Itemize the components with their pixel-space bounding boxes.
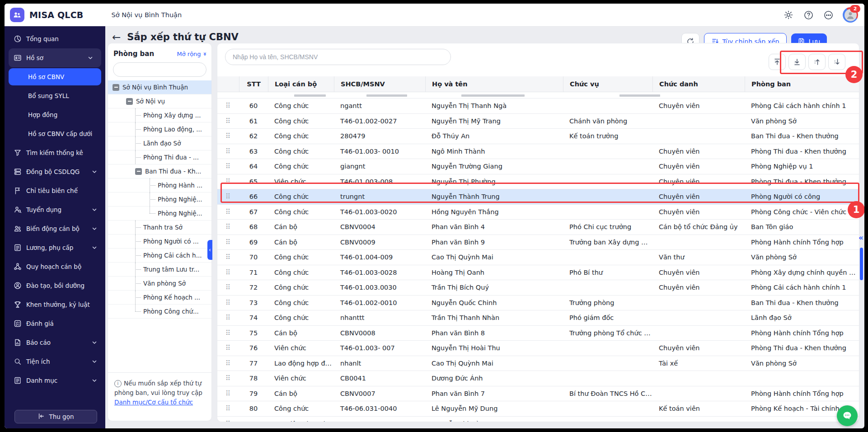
- drag-handle-icon[interactable]: ⠿: [225, 208, 230, 216]
- drag-handle-icon[interactable]: ⠿: [225, 162, 230, 170]
- sidebar-item-l-ng-ph-c-p[interactable]: Lương, phụ cấp: [5, 238, 105, 257]
- tree-node[interactable]: Sở Nội vụ Bình Thuận: [108, 80, 211, 94]
- drag-handle-icon[interactable]: ⠿: [225, 268, 230, 277]
- sidebar-item-ch-ti-u-bi-n-ch-[interactable]: Chỉ tiêu biên chế: [5, 181, 105, 200]
- tree-node[interactable]: Lãnh đạo Sở: [108, 136, 211, 150]
- tree-node[interactable]: Phòng Hành ...: [108, 178, 211, 193]
- sidebar-item-bi-n-ng-c-n-b-[interactable]: Biến động cán bộ: [5, 219, 105, 238]
- table-row[interactable]: ⠿66Công chứctrungntNguyễn Thành TrungChu…: [217, 189, 859, 205]
- sidebar-item-h-s-cbnv[interactable]: Hồ sơ CBNV: [9, 68, 101, 85]
- drag-handle-icon[interactable]: ⠿: [225, 314, 230, 322]
- table-row[interactable]: ⠿79Cán bộCBNV0007Phan văn Bình 7Bí thư Đ…: [217, 386, 859, 402]
- collapse-sidebar-button[interactable]: Thu gọn: [14, 410, 97, 423]
- table-row[interactable]: ⠿69Cán bộCBNV0009Phan văn Bình 9Trưởng b…: [217, 235, 859, 250]
- tree-node[interactable]: Trung tâm Lưu tr...: [108, 263, 211, 277]
- table-row[interactable]: ⠿64Công chứcgiangntNguyễn Trường GiangCh…: [217, 159, 859, 174]
- table-row[interactable]: ⠿73Công chứcT46-01.002-0010Nguyễn Quốc C…: [217, 296, 859, 311]
- sidebar-item-b-o-c-o[interactable]: Báo cáo: [5, 333, 105, 352]
- drag-handle-icon[interactable]: ⠿: [225, 102, 230, 110]
- drag-handle-icon[interactable]: ⠿: [225, 253, 230, 261]
- drag-handle-icon[interactable]: ⠿: [225, 132, 230, 140]
- app-logo-icon[interactable]: [10, 8, 24, 22]
- table-row[interactable]: ⠿67Công chứcT46-01.003-0020Hồng Nguyên T…: [217, 205, 859, 220]
- drag-handle-icon[interactable]: ⠿: [225, 359, 230, 367]
- sidebar-item-h-s-[interactable]: Hồ sơ: [9, 48, 101, 67]
- drag-handle-icon[interactable]: ⠿: [225, 329, 230, 337]
- table-row[interactable]: ⠿63Công chứcT46-01.003- 0010Ngô Minh Thà…: [217, 144, 859, 160]
- employee-search-input[interactable]: [225, 49, 451, 65]
- table-row[interactable]: ⠿75Cán bộCBNV0008Phan văn Bình 8Trưởng p…: [217, 326, 859, 341]
- drag-handle-icon[interactable]: ⠿: [225, 390, 230, 398]
- drag-handle-icon[interactable]: ⠿: [225, 178, 230, 186]
- drag-handle-icon[interactable]: ⠿: [225, 299, 230, 307]
- drag-handle-icon[interactable]: ⠿: [225, 193, 230, 201]
- drag-handle-icon[interactable]: ⠿: [225, 374, 230, 382]
- tree-node[interactable]: Văn phòng Sở: [108, 277, 211, 291]
- table-row[interactable]: ⠿71Công chứcT46-01.003-0028Hoàng Thị Oan…: [217, 265, 859, 281]
- drag-handle-icon[interactable]: ⠿: [225, 404, 230, 413]
- drag-handle-icon[interactable]: ⠿: [225, 223, 230, 231]
- drag-handle-icon[interactable]: ⠿: [225, 117, 230, 125]
- tree-node[interactable]: Phòng Cải cách h...: [108, 249, 211, 263]
- drag-handle-icon[interactable]: ⠿: [225, 344, 230, 352]
- table-row[interactable]: ⠿76Viên chứcT46-01.003- 007Nguyễn Thị Ho…: [217, 341, 859, 356]
- tree-node[interactable]: Phòng Thi đua - ...: [108, 150, 211, 164]
- drag-handle-icon[interactable]: ⠿: [225, 147, 230, 155]
- edge-collapse-icon[interactable]: «: [859, 233, 863, 242]
- panel-collapse-tab[interactable]: ‹: [207, 240, 212, 260]
- move-to-top-button[interactable]: [769, 54, 786, 70]
- drag-handle-icon[interactable]: ⠿: [225, 420, 230, 422]
- move-to-bottom-button[interactable]: [788, 54, 806, 70]
- sidebar-item-ti-n-ch[interactable]: Tiện ích: [5, 352, 105, 371]
- tree-node[interactable]: Phòng Nghiệ...: [108, 193, 211, 207]
- move-down-button[interactable]: [828, 54, 845, 70]
- tree-node[interactable]: Phòng Người có ...: [108, 235, 211, 249]
- tree-node[interactable]: Phòng Nghiệ...: [108, 207, 211, 221]
- table-row[interactable]: ⠿80Công chứcT46-06.031-0040Lê Nguyễn Mỹ …: [217, 401, 859, 417]
- vertical-scrollbar[interactable]: [860, 248, 863, 280]
- sidebar-item-quy-ho-ch-c-n-b-[interactable]: Quy hoạch cán bộ: [5, 257, 105, 276]
- sidebar-item--ng-b-csdlqg[interactable]: Đồng bộ CSDLQG: [5, 162, 105, 181]
- tree-node[interactable]: Phòng Kế hoạch ...: [108, 291, 211, 305]
- collapse-node-icon[interactable]: [135, 168, 142, 175]
- tree-node[interactable]: Phòng Xây dựng ...: [108, 108, 211, 122]
- department-search-input[interactable]: [113, 62, 206, 77]
- table-row[interactable]: ⠿78Viên chứcCB0041Dương Đức Ánh: [217, 371, 859, 386]
- back-arrow-icon[interactable]: ←: [112, 32, 121, 42]
- table-row[interactable]: ⠿72Công chứcT46-01.003.0030Trần Thị Bích…: [217, 280, 859, 296]
- help-icon[interactable]: [803, 9, 814, 20]
- gear-icon[interactable]: [783, 9, 794, 20]
- expand-all-link[interactable]: Mở rộng «: [177, 51, 206, 57]
- table-row[interactable]: ⠿81Lao động hợp đồ...284079Nguyễn Thị Hà: [217, 417, 859, 423]
- move-up-button[interactable]: [808, 54, 826, 70]
- sidebar-item-h-p-ng[interactable]: Hợp đồng: [5, 105, 105, 124]
- avatar[interactable]: 2: [843, 7, 858, 23]
- sidebar-item-t-m-ki-m-th-ng-k-[interactable]: Tìm kiếm thống kê: [5, 143, 105, 162]
- table-row[interactable]: ⠿68Cán bộCBNV0004Phan văn Bình 4Phó Chi …: [217, 220, 859, 235]
- tree-node[interactable]: Sở Nội vụ: [108, 94, 211, 108]
- drag-handle-icon[interactable]: ⠿: [225, 238, 230, 246]
- collapse-node-icon[interactable]: [126, 98, 133, 105]
- more-options-icon[interactable]: [823, 9, 834, 20]
- tree-note-link[interactable]: Danh mục/Cơ cấu tổ chức: [114, 399, 193, 406]
- tree-node[interactable]: Phòng Lao động, ...: [108, 122, 211, 136]
- table-row[interactable]: ⠿77Lao động hợp đồ...nhanltCao Thị Quỳnh…: [217, 356, 859, 371]
- table-row[interactable]: ⠿60Công chứcnganttNguyễn Thị Thanh NgàCh…: [217, 99, 859, 114]
- sidebar-item-tuy-n-d-ng[interactable]: Tuyển dụng: [5, 200, 105, 219]
- table-row[interactable]: ⠿65Viên chứcT46-01.003-008Nguyễn Thị Phư…: [217, 174, 859, 190]
- sidebar-item-danh-m-c[interactable]: Danh mục: [5, 371, 105, 390]
- table-row[interactable]: ⠿74Công chứcnhantttTrần Thị Thanh NhànPh…: [217, 310, 859, 326]
- drag-handle-icon[interactable]: ⠿: [225, 283, 230, 291]
- tree-node[interactable]: Ban Thi đua - Kh...: [108, 164, 211, 178]
- table-row[interactable]: ⠿70Công chứcT46-01.004-009Cao Thị Quỳnh …: [217, 250, 859, 265]
- sidebar-item--o-t-o-b-i-d-ng[interactable]: Đào tạo, bồi dưỡng: [5, 276, 105, 295]
- sidebar-item-h-s-cbnv-c-p-d-i[interactable]: Hồ sơ CBNV cấp dưới: [5, 124, 105, 143]
- sidebar-item-t-ng-quan[interactable]: Tổng quan: [5, 29, 105, 48]
- chat-support-button[interactable]: [837, 405, 858, 426]
- tree-node[interactable]: Phòng Công chứ...: [108, 305, 211, 319]
- sidebar-item--nh-gi-[interactable]: Đánh giá: [5, 314, 105, 333]
- collapse-node-icon[interactable]: [113, 84, 119, 91]
- sidebar-item-khen-th-ng-k-lu-t[interactable]: Khen thưởng, kỷ luật: [5, 295, 105, 314]
- table-row[interactable]: ⠿61Công chứcT46-01.002-0027Nguyễn Thị Mỹ…: [217, 114, 859, 129]
- tree-node[interactable]: Thanh tra Sở: [108, 221, 211, 235]
